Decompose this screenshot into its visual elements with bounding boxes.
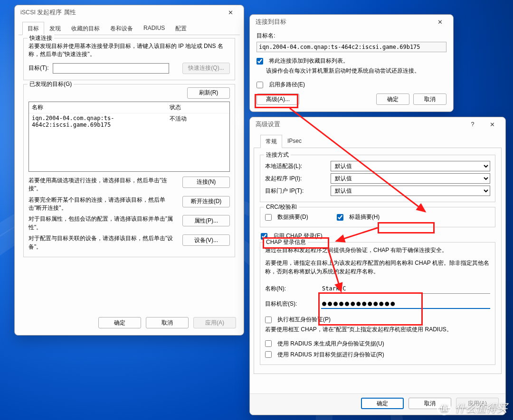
iscsi-title: iSCSI 发起程序 属性 bbox=[20, 9, 76, 17]
chap-secret-label: 目标机密(S): bbox=[265, 300, 317, 308]
header-digest-label: 标题摘要(H) bbox=[349, 213, 380, 221]
target-name-label: 目标名: bbox=[256, 32, 446, 40]
chap-hint1: 通过在目标和发起程序之间提供身份验证，CHAP 有助于确保连接安全。 bbox=[265, 246, 490, 254]
quick-hint: 若要发现目标并使用基本连接登录到目标，请键入该目标的 IP 地址或 DNS 名称… bbox=[28, 42, 230, 59]
crc-group: CRC/校验和 bbox=[264, 203, 299, 211]
properties-button[interactable]: 属性(P)... bbox=[182, 215, 230, 226]
data-digest-label: 数据摘要(D) bbox=[277, 213, 308, 221]
radius-auth-checkbox[interactable] bbox=[265, 351, 272, 358]
disconnect-hint: 若要完全断开某个目标的连接，请选择该目标，然后单击"断开连接"。 bbox=[28, 196, 179, 213]
tab-target[interactable]: 目标 bbox=[22, 22, 44, 35]
ok-button[interactable]: 确定 bbox=[98, 317, 141, 328]
help-icon[interactable]: ? bbox=[466, 121, 480, 128]
apply-button[interactable]: 应用(A) bbox=[193, 317, 236, 328]
discovered-targets-list[interactable]: 名称 状态 iqn.2004-04.com.qnap:ts-464c2:iscs… bbox=[28, 102, 230, 172]
quick-connect-button[interactable]: 快速连接(Q)... bbox=[182, 63, 230, 74]
conn-group: 连接方式 bbox=[264, 151, 291, 159]
mutual-auth-checkbox[interactable] bbox=[265, 317, 272, 323]
fav-checkbox[interactable] bbox=[256, 58, 263, 65]
portal-ip-select[interactable]: 默认值 bbox=[331, 186, 490, 196]
tab-config[interactable]: 配置 bbox=[170, 22, 192, 35]
multipath-label: 启用多路径(E) bbox=[269, 81, 305, 89]
devices-hint: 对于配置与目标关联的设备，请选择该目标，然后单击"设备"。 bbox=[28, 234, 179, 251]
connect-target-dialog: 连接到目标 ✕ 目标名: 将此连接添加到收藏目标列表。 该操作会在每次计算机重新… bbox=[249, 14, 454, 112]
connect-title: 连接到目标 bbox=[256, 18, 286, 26]
connect-hint: 若要使用高级选项进行连接，请选择目标，然后单击"连接"。 bbox=[28, 177, 179, 193]
tab-discover[interactable]: 发现 bbox=[44, 22, 66, 35]
mutual-auth-label: 执行相互身份验证(P) bbox=[277, 316, 331, 324]
watermark: 值 什么值得买 bbox=[437, 401, 507, 415]
quick-connect-group: 快速连接 bbox=[28, 34, 54, 42]
row-status: 不活动 bbox=[170, 115, 227, 128]
row-iqn: iqn.2004-04.com.qnap:ts-464c2:iscsi.game… bbox=[32, 115, 170, 128]
tab-radius[interactable]: RADIUS bbox=[138, 22, 170, 35]
col-status: 状态 bbox=[170, 103, 227, 112]
adapter-label: 本地适配器(L): bbox=[265, 162, 327, 170]
target-name-display bbox=[256, 42, 446, 52]
target-input[interactable] bbox=[53, 63, 169, 74]
close-icon[interactable]: ✕ bbox=[430, 16, 449, 28]
adv-title: 高级设置 bbox=[256, 121, 280, 129]
tab-general[interactable]: 常规 bbox=[260, 135, 282, 148]
cancel-button[interactable]: 取消 bbox=[146, 317, 189, 328]
initiator-ip-select[interactable]: 默认值 bbox=[331, 173, 490, 184]
fav-hint: 该操作会在每次计算机重新启动时使系统自动尝试还原连接。 bbox=[266, 67, 446, 75]
connect-ok-button[interactable]: 确定 bbox=[376, 93, 409, 105]
chap-hint2: 若要使用，请指定在目标上为该发起程序配置的相同名称和 CHAP 机密。除非指定其… bbox=[265, 259, 490, 276]
data-digest-checkbox[interactable] bbox=[265, 214, 272, 221]
close-icon[interactable]: ✕ bbox=[221, 7, 240, 18]
advanced-settings-dialog: 高级设置 ? ✕ 常规 IPsec 连接方式 本地适配器(L): 默认值 发起程… bbox=[249, 117, 506, 415]
disconnect-button[interactable]: 断开连接(D) bbox=[182, 196, 230, 207]
devices-button[interactable]: 设备(V)... bbox=[182, 234, 230, 246]
watermark-icon: 值 bbox=[437, 401, 451, 415]
target-label: 目标(T): bbox=[28, 64, 49, 72]
refresh-button[interactable]: 刷新(R) bbox=[187, 87, 230, 99]
connect-button[interactable]: 连接(N) bbox=[182, 177, 230, 188]
list-item[interactable]: iqn.2004-04.com.qnap:ts-464c2:iscsi.game… bbox=[29, 113, 229, 130]
props-hint: 对于目标属性，包括会话的配置，请选择该目标并单击"属性"。 bbox=[28, 215, 179, 232]
chap-secret-input[interactable] bbox=[321, 299, 490, 309]
multipath-checkbox[interactable] bbox=[256, 82, 263, 88]
connect-cancel-button[interactable]: 取消 bbox=[413, 93, 446, 105]
initiator-ip-label: 发起程序 IP(I): bbox=[265, 175, 327, 183]
adapter-select[interactable]: 默认值 bbox=[331, 161, 490, 171]
chap-name-label: 名称(N): bbox=[265, 285, 317, 293]
mutual-hint: 若要使用相互 CHAP，请在"配置"页上指定发起程序机密或使用 RADIUS。 bbox=[265, 326, 490, 334]
tab-fav[interactable]: 收藏的目标 bbox=[66, 22, 105, 35]
advanced-button[interactable]: 高级(A)... bbox=[256, 93, 299, 105]
iscsi-tabs: 目标 发现 收藏的目标 卷和设备 RADIUS 配置 bbox=[19, 21, 240, 35]
adv-ok-button[interactable]: 确定 bbox=[361, 398, 404, 409]
portal-ip-label: 目标门户 IP(T): bbox=[265, 187, 327, 195]
col-name: 名称 bbox=[32, 103, 170, 112]
chap-name-input[interactable] bbox=[321, 283, 490, 294]
fav-label: 将此连接添加到收藏目标列表。 bbox=[269, 57, 349, 65]
chap-group: CHAP 登录信息 bbox=[264, 238, 308, 246]
header-digest-checkbox[interactable] bbox=[337, 214, 343, 221]
tab-ipsec[interactable]: IPsec bbox=[282, 135, 307, 148]
iscsi-properties-dialog: iSCSI 发起程序 属性 ✕ 目标 发现 收藏的目标 卷和设备 RADIUS … bbox=[14, 5, 244, 336]
discovered-group: 已发现的目标(G) bbox=[28, 80, 74, 88]
close-icon[interactable]: ✕ bbox=[483, 119, 502, 130]
radius-gen-checkbox[interactable] bbox=[265, 340, 272, 347]
tab-vol[interactable]: 卷和设备 bbox=[105, 22, 138, 35]
radius-auth-label: 使用 RADIUS 对目标凭据进行身份验证(R) bbox=[277, 351, 384, 359]
radius-gen-label: 使用 RADIUS 来生成用户身份验证凭据(U) bbox=[277, 340, 384, 348]
